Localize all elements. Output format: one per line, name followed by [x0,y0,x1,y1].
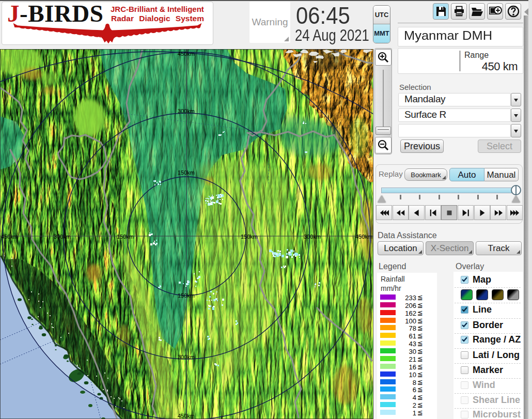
svg-text:300km: 300km [54,234,71,240]
svg-text:450km: 450km [178,51,195,57]
svg-text:450km: 450km [178,413,195,419]
svg-text:450km: 450km [1,234,18,240]
svg-text:150km: 150km [241,234,258,240]
svg-text:150km: 150km [178,292,195,299]
svg-text:300km: 300km [304,234,321,240]
svg-text:300km: 300km [178,108,195,114]
svg-text:300km: 300km [178,354,195,360]
svg-text:150km: 150km [178,169,195,176]
svg-text:450km: 450km [355,234,372,240]
svg-text:150km: 150km [117,234,134,240]
